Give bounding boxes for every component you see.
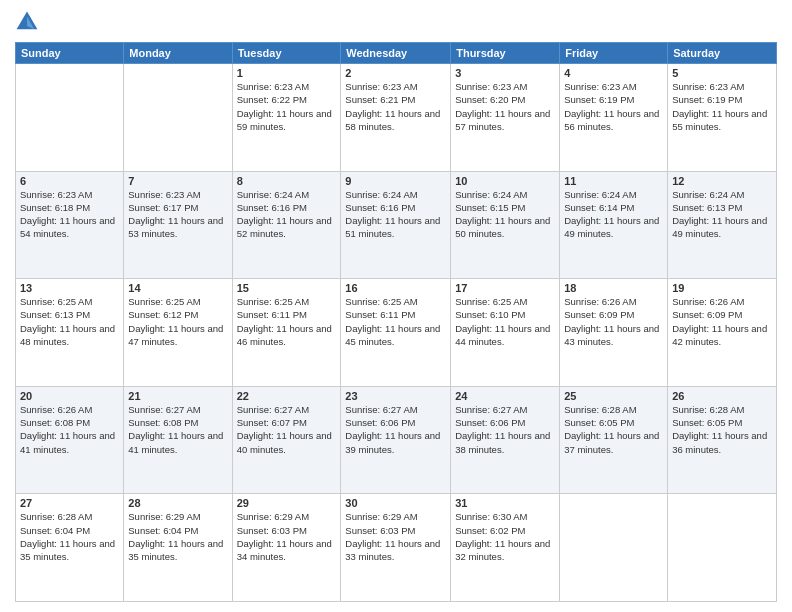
calendar-day-cell: 4 Sunrise: 6:23 AM Sunset: 6:19 PM Dayli… <box>560 64 668 172</box>
sunrise-text: Sunrise: 6:24 AM <box>237 189 309 200</box>
daylight-text: Daylight: 11 hours and 59 minutes. <box>237 108 332 132</box>
day-number: 6 <box>20 175 119 187</box>
calendar-day-cell: 15 Sunrise: 6:25 AM Sunset: 6:11 PM Dayl… <box>232 279 341 387</box>
daylight-text: Daylight: 11 hours and 34 minutes. <box>237 538 332 562</box>
daylight-text: Daylight: 11 hours and 37 minutes. <box>564 430 659 454</box>
sunset-text: Sunset: 6:15 PM <box>455 202 525 213</box>
day-info: Sunrise: 6:27 AM Sunset: 6:06 PM Dayligh… <box>345 403 446 456</box>
calendar-day-cell: 6 Sunrise: 6:23 AM Sunset: 6:18 PM Dayli… <box>16 171 124 279</box>
day-info: Sunrise: 6:23 AM Sunset: 6:18 PM Dayligh… <box>20 188 119 241</box>
sunset-text: Sunset: 6:16 PM <box>237 202 307 213</box>
day-number: 30 <box>345 497 446 509</box>
sunset-text: Sunset: 6:09 PM <box>672 309 742 320</box>
daylight-text: Daylight: 11 hours and 35 minutes. <box>128 538 223 562</box>
sunrise-text: Sunrise: 6:28 AM <box>20 511 92 522</box>
day-info: Sunrise: 6:29 AM Sunset: 6:03 PM Dayligh… <box>345 510 446 563</box>
day-number: 18 <box>564 282 663 294</box>
calendar-day-cell: 28 Sunrise: 6:29 AM Sunset: 6:04 PM Dayl… <box>124 494 232 602</box>
sunset-text: Sunset: 6:06 PM <box>345 417 415 428</box>
weekday-header: Friday <box>560 43 668 64</box>
sunset-text: Sunset: 6:11 PM <box>237 309 307 320</box>
sunrise-text: Sunrise: 6:30 AM <box>455 511 527 522</box>
calendar-day-cell: 27 Sunrise: 6:28 AM Sunset: 6:04 PM Dayl… <box>16 494 124 602</box>
calendar-day-cell <box>16 64 124 172</box>
sunrise-text: Sunrise: 6:23 AM <box>455 81 527 92</box>
calendar-day-cell: 26 Sunrise: 6:28 AM Sunset: 6:05 PM Dayl… <box>668 386 777 494</box>
daylight-text: Daylight: 11 hours and 43 minutes. <box>564 323 659 347</box>
day-number: 8 <box>237 175 337 187</box>
calendar-day-cell: 8 Sunrise: 6:24 AM Sunset: 6:16 PM Dayli… <box>232 171 341 279</box>
day-info: Sunrise: 6:25 AM Sunset: 6:13 PM Dayligh… <box>20 295 119 348</box>
sunrise-text: Sunrise: 6:27 AM <box>345 404 417 415</box>
sunrise-text: Sunrise: 6:26 AM <box>564 296 636 307</box>
calendar-day-cell: 14 Sunrise: 6:25 AM Sunset: 6:12 PM Dayl… <box>124 279 232 387</box>
day-info: Sunrise: 6:23 AM Sunset: 6:22 PM Dayligh… <box>237 80 337 133</box>
day-info: Sunrise: 6:23 AM Sunset: 6:17 PM Dayligh… <box>128 188 227 241</box>
day-info: Sunrise: 6:23 AM Sunset: 6:20 PM Dayligh… <box>455 80 555 133</box>
day-info: Sunrise: 6:24 AM Sunset: 6:16 PM Dayligh… <box>345 188 446 241</box>
daylight-text: Daylight: 11 hours and 33 minutes. <box>345 538 440 562</box>
calendar-day-cell: 24 Sunrise: 6:27 AM Sunset: 6:06 PM Dayl… <box>451 386 560 494</box>
day-number: 12 <box>672 175 772 187</box>
day-number: 15 <box>237 282 337 294</box>
sunset-text: Sunset: 6:03 PM <box>345 525 415 536</box>
sunrise-text: Sunrise: 6:29 AM <box>345 511 417 522</box>
day-number: 13 <box>20 282 119 294</box>
sunset-text: Sunset: 6:04 PM <box>20 525 90 536</box>
sunrise-text: Sunrise: 6:25 AM <box>237 296 309 307</box>
calendar-day-cell: 1 Sunrise: 6:23 AM Sunset: 6:22 PM Dayli… <box>232 64 341 172</box>
sunset-text: Sunset: 6:05 PM <box>672 417 742 428</box>
day-info: Sunrise: 6:28 AM Sunset: 6:04 PM Dayligh… <box>20 510 119 563</box>
calendar-header-row: SundayMondayTuesdayWednesdayThursdayFrid… <box>16 43 777 64</box>
sunset-text: Sunset: 6:13 PM <box>672 202 742 213</box>
daylight-text: Daylight: 11 hours and 58 minutes. <box>345 108 440 132</box>
sunrise-text: Sunrise: 6:29 AM <box>237 511 309 522</box>
daylight-text: Daylight: 11 hours and 56 minutes. <box>564 108 659 132</box>
daylight-text: Daylight: 11 hours and 40 minutes. <box>237 430 332 454</box>
daylight-text: Daylight: 11 hours and 57 minutes. <box>455 108 550 132</box>
sunrise-text: Sunrise: 6:23 AM <box>564 81 636 92</box>
sunset-text: Sunset: 6:07 PM <box>237 417 307 428</box>
daylight-text: Daylight: 11 hours and 44 minutes. <box>455 323 550 347</box>
calendar-day-cell: 23 Sunrise: 6:27 AM Sunset: 6:06 PM Dayl… <box>341 386 451 494</box>
daylight-text: Daylight: 11 hours and 41 minutes. <box>20 430 115 454</box>
day-number: 31 <box>455 497 555 509</box>
sunset-text: Sunset: 6:04 PM <box>128 525 198 536</box>
weekday-header: Tuesday <box>232 43 341 64</box>
day-number: 16 <box>345 282 446 294</box>
weekday-header: Saturday <box>668 43 777 64</box>
sunrise-text: Sunrise: 6:26 AM <box>20 404 92 415</box>
day-number: 27 <box>20 497 119 509</box>
day-info: Sunrise: 6:23 AM Sunset: 6:19 PM Dayligh… <box>672 80 772 133</box>
sunrise-text: Sunrise: 6:27 AM <box>455 404 527 415</box>
daylight-text: Daylight: 11 hours and 32 minutes. <box>455 538 550 562</box>
day-info: Sunrise: 6:25 AM Sunset: 6:11 PM Dayligh… <box>237 295 337 348</box>
calendar-week-row: 27 Sunrise: 6:28 AM Sunset: 6:04 PM Dayl… <box>16 494 777 602</box>
sunrise-text: Sunrise: 6:27 AM <box>128 404 200 415</box>
sunset-text: Sunset: 6:14 PM <box>564 202 634 213</box>
day-number: 19 <box>672 282 772 294</box>
day-info: Sunrise: 6:27 AM Sunset: 6:07 PM Dayligh… <box>237 403 337 456</box>
calendar-day-cell: 2 Sunrise: 6:23 AM Sunset: 6:21 PM Dayli… <box>341 64 451 172</box>
calendar-day-cell: 29 Sunrise: 6:29 AM Sunset: 6:03 PM Dayl… <box>232 494 341 602</box>
day-number: 24 <box>455 390 555 402</box>
day-number: 22 <box>237 390 337 402</box>
day-number: 11 <box>564 175 663 187</box>
sunset-text: Sunset: 6:08 PM <box>20 417 90 428</box>
daylight-text: Daylight: 11 hours and 49 minutes. <box>672 215 767 239</box>
day-number: 10 <box>455 175 555 187</box>
calendar-day-cell: 21 Sunrise: 6:27 AM Sunset: 6:08 PM Dayl… <box>124 386 232 494</box>
sunrise-text: Sunrise: 6:23 AM <box>20 189 92 200</box>
sunrise-text: Sunrise: 6:28 AM <box>672 404 744 415</box>
sunset-text: Sunset: 6:20 PM <box>455 94 525 105</box>
sunset-text: Sunset: 6:18 PM <box>20 202 90 213</box>
day-number: 20 <box>20 390 119 402</box>
calendar-week-row: 20 Sunrise: 6:26 AM Sunset: 6:08 PM Dayl… <box>16 386 777 494</box>
day-number: 9 <box>345 175 446 187</box>
day-info: Sunrise: 6:29 AM Sunset: 6:03 PM Dayligh… <box>237 510 337 563</box>
sunset-text: Sunset: 6:09 PM <box>564 309 634 320</box>
calendar-day-cell: 18 Sunrise: 6:26 AM Sunset: 6:09 PM Dayl… <box>560 279 668 387</box>
day-number: 7 <box>128 175 227 187</box>
sunset-text: Sunset: 6:08 PM <box>128 417 198 428</box>
day-info: Sunrise: 6:29 AM Sunset: 6:04 PM Dayligh… <box>128 510 227 563</box>
